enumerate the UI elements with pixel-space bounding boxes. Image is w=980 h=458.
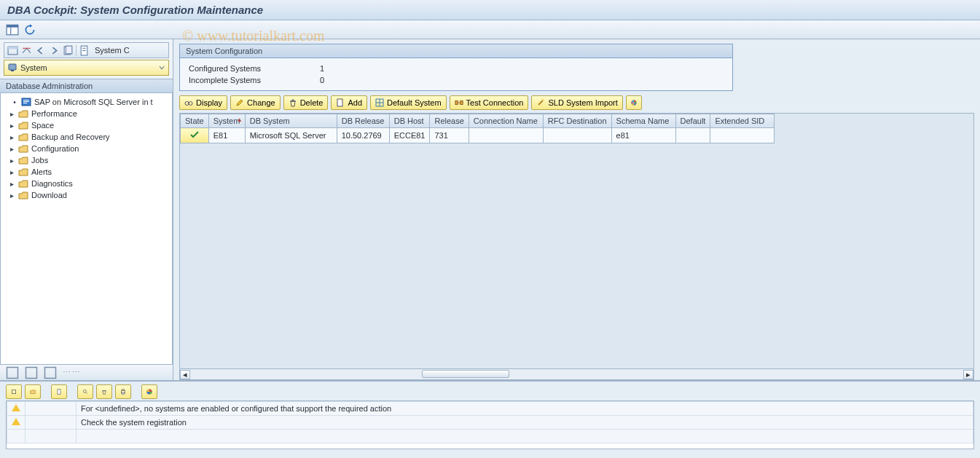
expand-icon[interactable]: ▸ — [8, 133, 15, 141]
tree-item[interactable]: ▸Diagnostics — [1, 178, 172, 189]
grid-column-header[interactable]: System▲ — [208, 114, 245, 128]
svg-rect-35 — [122, 392, 125, 394]
lb-icon-2[interactable] — [25, 366, 38, 379]
table-row[interactable]: E81Microsoft SQL Server10.50.2769ECCE817… — [181, 128, 775, 143]
msg-delete-button[interactable] — [96, 384, 112, 399]
systems-grid[interactable]: StateSystem▲DB SystemDB ReleaseDB HostRe… — [179, 113, 974, 380]
configured-systems-value: 1 — [320, 64, 349, 73]
grid-column-header[interactable]: Default — [675, 114, 710, 128]
nav-tool-icon-2[interactable] — [20, 45, 33, 56]
delete-button[interactable]: Delete — [283, 95, 329, 110]
tree-active-item[interactable]: • SAP on Microsoft SQL Server in t — [1, 96, 172, 108]
grid-column-header[interactable]: State — [181, 114, 209, 128]
refresh-icon[interactable] — [23, 23, 36, 36]
msg-doc-button[interactable] — [51, 384, 67, 399]
grid-column-header[interactable]: DB Release — [337, 114, 389, 128]
display-button[interactable]: Display — [179, 95, 227, 110]
message-row[interactable]: Check the system registration — [7, 416, 973, 430]
add-button[interactable]: Add — [331, 95, 367, 110]
grid-column-header[interactable]: Schema Name — [611, 114, 675, 128]
expand-icon[interactable]: ▸ — [8, 145, 15, 152]
nav-doc-icon[interactable] — [78, 45, 90, 56]
test-connection-button[interactable]: Test Connection — [450, 95, 529, 110]
right-panel: System Configuration Configured Systems … — [173, 39, 980, 380]
tree-item[interactable]: ▸Download — [1, 189, 172, 201]
wand-icon — [536, 98, 545, 107]
svg-rect-14 — [23, 101, 29, 102]
nav-forward-icon[interactable] — [48, 45, 60, 56]
svg-rect-15 — [23, 103, 27, 103]
expand-icon[interactable]: ▸ — [8, 122, 15, 129]
msg-find-button[interactable] — [77, 384, 93, 399]
default-system-button[interactable]: Default System — [370, 95, 447, 110]
msg-print-button[interactable] — [115, 384, 131, 399]
grid-column-header[interactable]: Release — [430, 114, 469, 128]
msg-expand-button[interactable] — [6, 384, 22, 399]
left-panel: System C System Database Administration … — [0, 39, 173, 380]
configured-systems-label: Configured Systems — [189, 64, 313, 73]
nav-back-icon[interactable] — [34, 45, 47, 56]
folder-icon — [18, 191, 28, 200]
grid-column-header[interactable]: Extended SID — [710, 114, 775, 128]
grid-column-header[interactable]: Connection Name — [469, 114, 543, 128]
svg-line-32 — [86, 392, 87, 394]
lb-icon-1[interactable] — [6, 366, 19, 379]
display-button-label: Display — [196, 98, 222, 107]
default-system-button-label: Default System — [387, 98, 442, 107]
tree-item[interactable]: ▸Jobs — [1, 154, 172, 166]
lb-dots: ⋯⋯ — [63, 368, 82, 377]
scroll-right-arrow-icon[interactable]: ▸ — [963, 370, 973, 379]
svg-rect-10 — [9, 64, 16, 70]
svg-rect-13 — [23, 100, 29, 100]
grid-column-header[interactable]: RFC Destination — [543, 114, 611, 128]
grid-cell: 731 — [430, 128, 469, 143]
message-toolbar — [0, 382, 980, 399]
incomplete-systems-value: 0 — [320, 76, 349, 84]
tree-item[interactable]: ▸Space — [1, 119, 172, 131]
navigation-tree[interactable]: • SAP on Microsoft SQL Server in t ▸Perf… — [0, 93, 173, 364]
grid-cell: 10.50.2769 — [337, 128, 389, 143]
expand-icon[interactable]: ▸ — [8, 157, 15, 164]
message-row[interactable]: For <undefined>, no systems are enabled … — [7, 402, 973, 416]
color-legend-button[interactable] — [626, 95, 642, 110]
svg-rect-34 — [122, 389, 125, 390]
grid-horizontal-scrollbar[interactable]: ◂ ▸ — [180, 368, 973, 379]
expand-icon[interactable]: ▸ — [8, 180, 15, 187]
tree-item-label: Download — [31, 191, 67, 200]
grid-column-header[interactable]: DB System — [245, 114, 337, 128]
action-toolbar: Display Change Delete Add Default System… — [173, 95, 980, 113]
change-button[interactable]: Change — [230, 95, 281, 110]
tree-item-label: Performance — [31, 109, 77, 118]
svg-point-19 — [185, 102, 189, 106]
expand-icon[interactable]: ▸ — [8, 168, 15, 175]
message-text: Check the system registration — [77, 416, 973, 430]
svg-rect-4 — [8, 47, 17, 49]
msg-folder-button[interactable] — [25, 384, 41, 399]
grid-cell — [710, 128, 775, 143]
scrollbar-thumb[interactable] — [422, 370, 509, 378]
system-select[interactable]: System — [4, 60, 169, 76]
tree-item[interactable]: ▸Performance — [1, 108, 172, 119]
grid-column-header[interactable]: DB Host — [389, 114, 430, 128]
grid-cell: ECCE81 — [389, 128, 430, 143]
sld-import-button[interactable]: SLD System Import — [531, 95, 622, 110]
tree-item[interactable]: ▸Configuration — [1, 143, 172, 154]
search-icon — [82, 389, 88, 395]
lb-icon-3[interactable] — [44, 366, 57, 379]
expand-icon[interactable]: ▸ — [8, 110, 15, 117]
layout-icon[interactable] — [6, 23, 19, 36]
tree-item[interactable]: ▸Backup and Recovery — [1, 131, 172, 143]
system-config-header: System Configuration — [180, 44, 732, 58]
tree-item-label: Jobs — [31, 156, 48, 165]
page-title: DBA Cockpit: System Configuration Mainte… — [7, 4, 263, 16]
bullet-icon: • — [11, 98, 18, 106]
system-config-panel: System Configuration Configured Systems … — [179, 44, 733, 91]
nav-history-icon[interactable] — [62, 45, 74, 56]
scroll-left-arrow-icon[interactable]: ◂ — [180, 370, 190, 379]
star-grid-icon — [375, 98, 384, 107]
folder-icon — [18, 156, 28, 165]
expand-icon[interactable]: ▸ — [8, 192, 15, 199]
nav-tool-icon-1[interactable] — [7, 45, 19, 56]
tree-item[interactable]: ▸Alerts — [1, 166, 172, 178]
msg-color-button[interactable] — [141, 384, 157, 399]
